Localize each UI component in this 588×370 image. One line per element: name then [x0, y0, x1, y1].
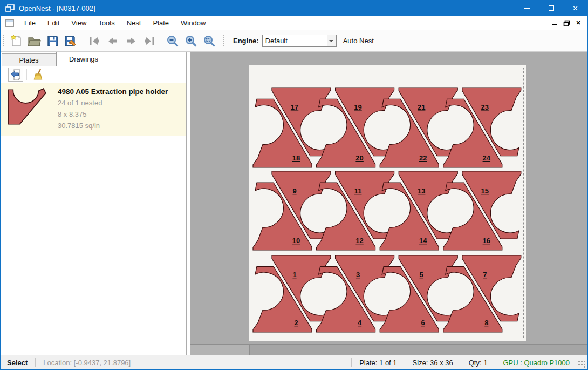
mdi-restore-button[interactable] [560, 18, 572, 29]
last-plate-button[interactable] [140, 32, 159, 50]
import-drawing-button[interactable] [8, 68, 23, 82]
part-number-label: 14 [419, 237, 427, 245]
zoom-in-button[interactable] [182, 32, 200, 50]
toolbar-grip-2[interactable] [223, 34, 225, 48]
resize-grip[interactable] [578, 361, 586, 368]
close-button[interactable]: ✕ [563, 0, 587, 16]
part-number-label: 1 [292, 271, 296, 279]
drawing-nested-count: 24 of 1 nested [58, 97, 168, 109]
window-title: OpenNest - [N0317-002] [19, 4, 95, 12]
restore-icon [563, 20, 570, 26]
menu-file[interactable]: File [18, 17, 42, 29]
zoom-in-icon [184, 35, 197, 48]
auto-nest-button[interactable]: Auto Nest [343, 37, 374, 45]
part-number-label: 21 [418, 103, 425, 111]
zoom-fit-button[interactable] [200, 32, 218, 50]
part-number-label: 7 [483, 271, 487, 279]
document-icon[interactable] [5, 19, 14, 27]
next-plate-button[interactable] [122, 32, 140, 50]
drawing-dimensions: 8 x 8.375 [58, 109, 168, 120]
part-number-label: 17 [291, 103, 298, 111]
horizontal-scrollbar-thumb[interactable] [190, 345, 250, 355]
plate-view[interactable]: 171819202122232491011121314151612345678 [249, 65, 526, 341]
gpu-status: GPU : Quadro P1000 [495, 359, 577, 367]
plate-size-status: Size: 36 x 36 [405, 359, 461, 367]
cursor-location: Location: [-0.9437, 21.8796] [36, 359, 138, 367]
part-number-label: 20 [355, 154, 363, 162]
engine-label: Engine: [233, 37, 259, 45]
title-bar: OpenNest - [N0317-002] ✕ [1, 0, 587, 16]
part-number-label: 10 [292, 237, 300, 245]
save-icon [46, 35, 59, 48]
previous-plate-button[interactable] [104, 32, 122, 50]
part-number-label: 13 [418, 187, 425, 195]
minimize-button[interactable] [515, 0, 539, 16]
open-folder-icon [28, 35, 42, 48]
panel-tabstrip: Plates Drawings [1, 52, 186, 66]
go-next-icon [125, 36, 138, 46]
quantity-status: Qty: 1 [461, 359, 495, 367]
mdi-close-button[interactable]: ✕ [572, 18, 584, 29]
combo-dropdown-button[interactable] [327, 35, 336, 46]
mode-status: Select [1, 359, 35, 367]
nest-canvas[interactable]: 171819202122232491011121314151612345678 [190, 52, 587, 355]
clean-button[interactable] [30, 68, 45, 82]
drawing-area: 30.7815 sq/in [58, 120, 168, 131]
zoom-out-button[interactable] [163, 32, 182, 50]
drawing-list-item[interactable]: 4980 A05 Extraction pipe holder 24 of 1 … [1, 83, 186, 136]
mdi-minimize-button[interactable] [549, 18, 560, 29]
new-button[interactable] [7, 32, 25, 50]
part-number-label: 9 [292, 187, 296, 195]
tab-plates[interactable]: Plates [2, 53, 56, 66]
open-button[interactable] [25, 32, 44, 50]
part-number-label: 4 [358, 319, 362, 327]
part-thumbnail [7, 88, 50, 131]
go-last-icon [143, 36, 156, 46]
drawing-title: 4980 A05 Extraction pipe holder [58, 85, 168, 97]
part-number-label: 2 [294, 319, 298, 327]
toolbar-grip[interactable] [2, 34, 5, 48]
part-number-label: 6 [421, 319, 425, 327]
part-number-label: 5 [420, 271, 423, 279]
first-plate-button[interactable] [85, 32, 104, 50]
menu-bar: File Edit View Tools Nest Plate Window ✕ [1, 16, 587, 30]
part-number-label: 15 [481, 187, 489, 195]
save-as-button[interactable] [62, 32, 80, 50]
app-window: OpenNest - [N0317-002] ✕ File Edit View … [0, 0, 588, 370]
part-number-label: 18 [292, 154, 300, 162]
menu-nest[interactable]: Nest [121, 17, 147, 29]
new-document-icon [10, 34, 23, 48]
engine-select[interactable]: Default [262, 35, 337, 47]
maximize-button[interactable] [539, 0, 563, 16]
go-previous-icon [106, 36, 119, 46]
part-number-label: 23 [481, 103, 489, 111]
part-number-label: 16 [483, 237, 490, 245]
save-as-icon [64, 35, 78, 48]
zoom-fit-icon [203, 35, 216, 48]
part-number-label: 19 [354, 103, 361, 111]
drawings-toolbar [1, 66, 186, 83]
drawing-list-empty-area[interactable] [1, 136, 186, 355]
menu-plate[interactable]: Plate [147, 17, 175, 29]
zoom-out-icon [166, 35, 179, 48]
menu-view[interactable]: View [65, 17, 92, 29]
part-number-label: 24 [483, 154, 491, 162]
part-number-label: 11 [354, 187, 362, 195]
save-button[interactable] [44, 32, 62, 50]
status-bar: Select Location: [-0.9437, 21.8796] Plat… [1, 355, 587, 369]
chevron-down-icon [329, 40, 333, 42]
import-drawing-icon [10, 69, 22, 80]
part-number-label: 12 [355, 237, 363, 245]
panel-splitter[interactable] [187, 52, 190, 355]
part-number-label: 8 [484, 319, 488, 327]
part-number-label: 22 [419, 154, 427, 162]
menu-tools[interactable]: Tools [92, 17, 120, 29]
tab-drawings[interactable]: Drawings [56, 52, 111, 66]
menu-window[interactable]: Window [175, 17, 211, 29]
broom-icon [32, 69, 44, 80]
app-icon [5, 4, 15, 12]
plate-count-status: Plate: 1 of 1 [352, 359, 404, 367]
go-first-icon [88, 36, 101, 46]
menu-edit[interactable]: Edit [42, 17, 65, 29]
horizontal-scrollbar[interactable] [190, 344, 587, 355]
